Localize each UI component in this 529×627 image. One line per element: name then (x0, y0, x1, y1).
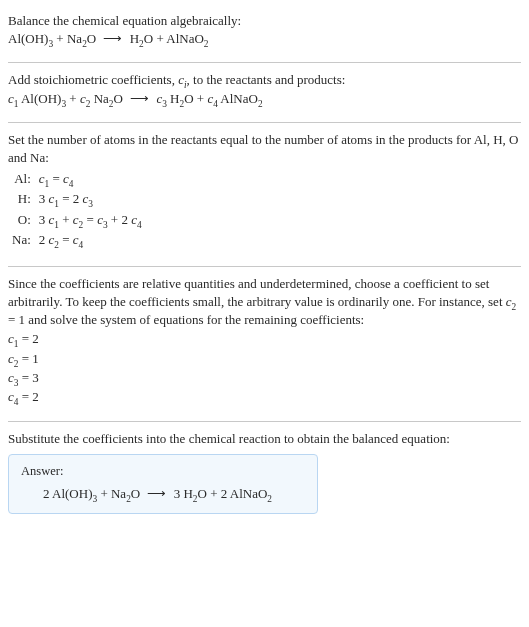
divider (8, 421, 521, 422)
subscript: 4 (69, 179, 74, 189)
text: 3 (39, 212, 49, 227)
plus: + (194, 91, 208, 106)
species: O (184, 91, 193, 106)
text: + (59, 212, 73, 227)
subscript: 2 (267, 493, 272, 503)
atoms-intro: Set the number of atoms in the reactants… (8, 131, 521, 167)
answer-box: Answer: 2 Al(OH)3 + Na2O ⟶ 3 H2O + 2 AlN… (8, 454, 318, 514)
text: = (83, 212, 97, 227)
answer-section: Substitute the coefficients into the che… (8, 426, 521, 524)
coefficients-section: Add stoichiometric coefficients, ci, to … (8, 67, 521, 117)
text: = (59, 232, 73, 247)
subst-intro: Substitute the coefficients into the che… (8, 430, 521, 448)
arrow: ⟶ (99, 31, 126, 46)
equation-cell: c1 = c4 (35, 169, 146, 189)
species: H (130, 31, 139, 46)
table-row: H: 3 c1 = 2 c3 (8, 189, 146, 209)
subscript: 3 (88, 199, 93, 209)
table-row: Al: c1 = c4 (8, 169, 146, 189)
subscript: 2 (258, 98, 263, 108)
species: + 2 AlNaO (207, 486, 267, 501)
text: = 2 (59, 191, 83, 206)
species: O (131, 486, 140, 501)
plus: + (53, 31, 67, 46)
table-row: O: 3 c1 + c2 = c3 + 2 c4 (8, 210, 146, 230)
text: = 1 (18, 351, 38, 366)
text: 3 (39, 191, 49, 206)
species: Na (90, 91, 108, 106)
atom-balance-section: Set the number of atoms in the reactants… (8, 127, 521, 262)
text: 2 (39, 232, 49, 247)
text: Add stoichiometric coefficients, (8, 72, 178, 87)
species: O (144, 31, 153, 46)
species: O (198, 486, 207, 501)
subscript: 4 (79, 239, 84, 249)
species: O (113, 91, 122, 106)
table-row: Na: 2 c2 = c4 (8, 230, 146, 250)
solved-line: c2 = 1 (8, 350, 521, 368)
solved-line: c3 = 3 (8, 369, 521, 387)
arrow: ⟶ (143, 486, 170, 501)
text: = 1 and solve the system of equations fo… (8, 312, 364, 327)
equation-cell: 3 c1 = 2 c3 (35, 189, 146, 209)
divider (8, 62, 521, 63)
equation-cell: 3 c1 + c2 = c3 + 2 c4 (35, 210, 146, 230)
subscript: 2 (512, 302, 517, 312)
solved-line: c4 = 2 (8, 388, 521, 406)
text: + 2 (108, 212, 132, 227)
element-label: Na: (8, 230, 35, 250)
title: Balance the chemical equation algebraica… (8, 12, 521, 30)
subscript: 2 (204, 39, 209, 49)
element-label: O: (8, 210, 35, 230)
divider (8, 122, 521, 123)
species: O (87, 31, 96, 46)
subscript: 4 (137, 219, 142, 229)
species: + Na (97, 486, 126, 501)
atom-equations-table: Al: c1 = c4 H: 3 c1 = 2 c3 O: 3 c1 + c2 … (8, 169, 146, 250)
text: = 2 (18, 331, 38, 346)
species: 3 H (174, 486, 193, 501)
element-label: H: (8, 189, 35, 209)
plus: + (153, 31, 166, 46)
species: AlNaO (218, 91, 258, 106)
coefficients-equation: c1 Al(OH)3 + c2 Na2O ⟶ c3 H2O + c4 AlNaO… (8, 90, 521, 108)
solve-section: Since the coefficients are relative quan… (8, 271, 521, 417)
solved-line: c1 = 2 (8, 330, 521, 348)
species: Na (67, 31, 82, 46)
arbitrary-intro: Since the coefficients are relative quan… (8, 275, 521, 330)
coeff-intro: Add stoichiometric coefficients, ci, to … (8, 71, 521, 89)
text: = (49, 171, 63, 186)
main-equation: Al(OH)3 + Na2O ⟶ H2O + AlNaO2 (8, 30, 521, 48)
title-section: Balance the chemical equation algebraica… (8, 8, 521, 58)
species: H (167, 91, 180, 106)
species: 2 Al(OH) (43, 486, 92, 501)
arrow: ⟶ (126, 91, 153, 106)
answer-equation: 2 Al(OH)3 + Na2O ⟶ 3 H2O + 2 AlNaO2 (21, 485, 305, 503)
text: = 2 (18, 389, 38, 404)
element-label: Al: (8, 169, 35, 189)
species: Al(OH) (8, 31, 48, 46)
text: Since the coefficients are relative quan… (8, 276, 506, 309)
text: , to the reactants and products: (187, 72, 346, 87)
species: Al(OH) (18, 91, 61, 106)
text: = 3 (18, 370, 38, 385)
divider (8, 266, 521, 267)
equation-cell: 2 c2 = c4 (35, 230, 146, 250)
answer-label: Answer: (21, 463, 305, 481)
species: AlNaO (166, 31, 204, 46)
plus: + (66, 91, 80, 106)
